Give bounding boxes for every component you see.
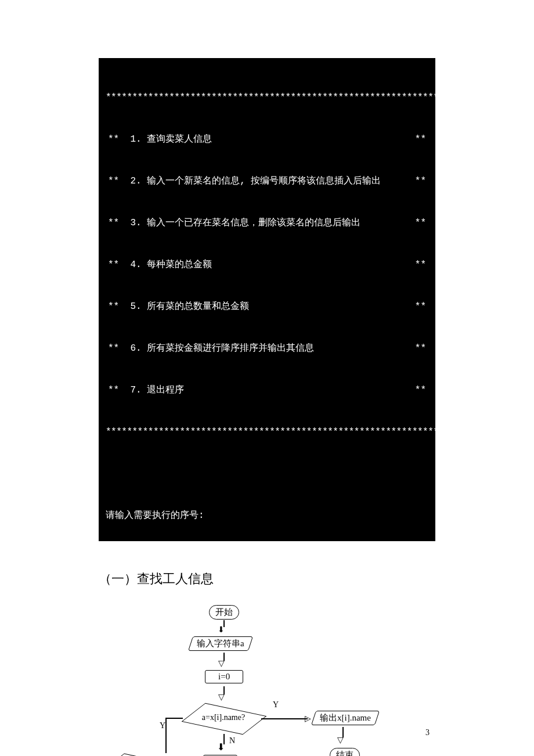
menu-prefix: ** (108, 258, 119, 272)
menu-prefix: ** (108, 383, 119, 397)
arrow-down-icon: ⬇ (218, 625, 225, 635)
arrow-down-icon: ▽ (218, 658, 225, 668)
flowchart-start: 开始 (209, 605, 239, 620)
section-title: （一）查找工人信息 (99, 570, 435, 588)
menu-text: 6. 所有菜按金额进行降序排序并输出其信息 (119, 341, 415, 355)
flowchart-output: 输出x[i].name (311, 711, 380, 725)
terminal-prompt: 请输入需要执行的序号: (106, 509, 428, 523)
flowchart-end: 结束 (330, 748, 360, 756)
flowchart-vline (165, 718, 167, 753)
menu-text: 7. 退出程序 (119, 383, 415, 397)
star-row-bottom: ****************************************… (106, 425, 428, 439)
menu-prefix: ** (108, 174, 119, 188)
terminal-menu: ****************************************… (99, 58, 435, 541)
menu-item-5: ** 5. 所有菜的总数量和总金额 ** (106, 300, 428, 314)
menu-suffix: ** (415, 300, 426, 314)
flowchart-yes-label: Y (160, 721, 165, 730)
flowchart-yes-label: Y (273, 700, 279, 710)
page-number: 3 (425, 728, 430, 737)
arrow-down-icon: ⬇ (217, 741, 225, 753)
menu-item-1: ** 1. 查询卖菜人信息 ** (106, 132, 428, 146)
menu-text: 2. 输入一个新菜名的信息, 按编号顺序将该信息插入后输出 (119, 174, 415, 188)
menu-text: 4. 每种菜的总金额 (119, 258, 415, 272)
menu-suffix: ** (415, 383, 426, 397)
arrow-down-icon: ▽ (337, 735, 344, 745)
menu-item-6: ** 6. 所有菜按金额进行降序排序并输出其信息 ** (106, 341, 428, 355)
menu-suffix: ** (415, 216, 426, 230)
flowchart-decision-cmp: a=x[i].name? (180, 703, 267, 734)
menu-suffix: ** (415, 132, 426, 146)
flowchart-decision-loop: i<10 (109, 751, 150, 756)
arrow-down-icon: ▽ (218, 692, 225, 702)
flowchart-hline (261, 718, 308, 719)
menu-item-2: ** 2. 输入一个新菜名的信息, 按编号顺序将该信息插入后输出 ** (106, 174, 428, 188)
menu-item-3: ** 3. 输入一个已存在菜名信息，删除该菜名的信息后输出 ** (106, 216, 428, 230)
menu-text: 1. 查询卖菜人信息 (119, 132, 415, 146)
flowchart: 开始 ⬇ 输入字符串a ▽ i=0 ▽ a=x[i].name? Y ▷ 输出x… (99, 605, 435, 756)
flowchart-input-a: 输入字符串a (188, 636, 253, 651)
flowchart-no-label: N (229, 736, 235, 746)
menu-prefix: ** (108, 341, 119, 355)
menu-text: 5. 所有菜的总数量和总金额 (119, 300, 415, 314)
flowchart-init-i: i=0 (205, 670, 243, 683)
arrow-right-icon: ▷ (305, 714, 311, 723)
menu-text: 3. 输入一个已存在菜名信息，删除该菜名的信息后输出 (119, 216, 415, 230)
menu-item-7: ** 7. 退出程序 ** (106, 383, 428, 397)
menu-prefix: ** (108, 216, 119, 230)
star-row-top: ****************************************… (106, 91, 428, 105)
menu-item-4: ** 4. 每种菜的总金额 ** (106, 258, 428, 272)
menu-prefix: ** (108, 132, 119, 146)
menu-suffix: ** (415, 341, 426, 355)
menu-suffix: ** (415, 174, 426, 188)
menu-prefix: ** (108, 300, 119, 314)
menu-suffix: ** (415, 258, 426, 272)
